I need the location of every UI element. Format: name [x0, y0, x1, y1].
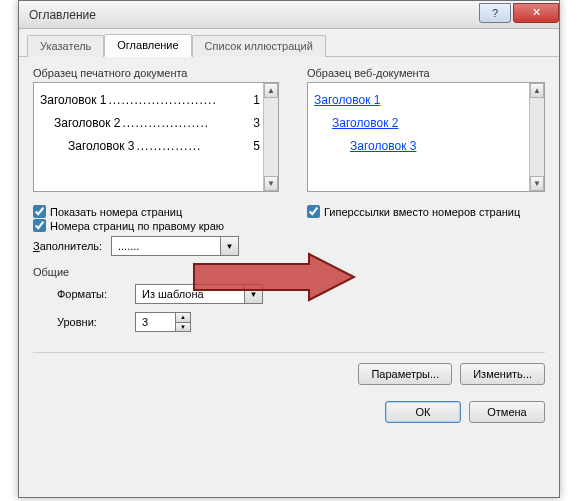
preview-h2: Заголовок 2	[54, 112, 120, 135]
help-button[interactable]: ?	[479, 3, 511, 23]
tab-index[interactable]: Указатель	[27, 35, 104, 57]
tab-leader-combo[interactable]: ....... ▼	[111, 236, 239, 256]
print-preview: Заголовок 1 ......................... 1 …	[33, 82, 279, 192]
cancel-button[interactable]: Отмена	[469, 401, 545, 423]
preview-p3: 5	[253, 135, 260, 158]
tabstrip: Указатель Оглавление Список иллюстраций	[19, 29, 559, 57]
web-h1-link[interactable]: Заголовок 1	[314, 93, 380, 107]
hyperlinks-label: Гиперссылки вместо номеров страниц	[324, 206, 520, 218]
tab-leader-value: .......	[112, 240, 220, 252]
scrollbar-left[interactable]: ▲ ▼	[263, 83, 278, 191]
levels-spinner[interactable]: 3 ▲ ▼	[135, 312, 191, 332]
formats-value: Из шаблона	[136, 288, 244, 300]
toc-dialog: Оглавление ? ✕ Указатель Оглавление Спис…	[18, 0, 560, 498]
close-button[interactable]: ✕	[513, 3, 559, 23]
general-group-label: Общие	[33, 266, 69, 278]
modify-button[interactable]: Изменить...	[460, 363, 545, 385]
chevron-down-icon[interactable]: ▼	[220, 237, 238, 255]
tab-toc[interactable]: Оглавление	[104, 34, 191, 57]
options-button[interactable]: Параметры...	[358, 363, 452, 385]
chevron-down-icon[interactable]: ▼	[244, 285, 262, 303]
formats-combo[interactable]: Из шаблона ▼	[135, 284, 263, 304]
scroll-down-icon[interactable]: ▼	[264, 176, 278, 191]
scroll-down-icon[interactable]: ▼	[530, 176, 544, 191]
preview-h3: Заголовок 3	[68, 135, 134, 158]
web-h3-link[interactable]: Заголовок 3	[350, 139, 416, 153]
web-preview-label: Образец веб-документа	[307, 67, 545, 79]
show-page-numbers-checkbox[interactable]: Показать номера страниц	[33, 205, 293, 218]
right-align-label: Номера страниц по правому краю	[50, 220, 224, 232]
scroll-up-icon[interactable]: ▲	[530, 83, 544, 98]
scroll-up-icon[interactable]: ▲	[264, 83, 278, 98]
levels-value: 3	[136, 316, 175, 328]
print-preview-label: Образец печатного документа	[33, 67, 293, 79]
window-title: Оглавление	[29, 8, 479, 22]
right-align-checkbox[interactable]: Номера страниц по правому краю	[33, 219, 293, 232]
tab-leader-label: Заполнитель:	[33, 240, 111, 252]
preview-p2: 3	[253, 112, 260, 135]
scrollbar-right[interactable]: ▲ ▼	[529, 83, 544, 191]
titlebar[interactable]: Оглавление ? ✕	[19, 1, 559, 29]
preview-h1: Заголовок 1	[40, 89, 106, 112]
show-page-numbers-label: Показать номера страниц	[50, 206, 182, 218]
levels-label: Уровни:	[57, 316, 135, 328]
tab-illustrations[interactable]: Список иллюстраций	[192, 35, 326, 57]
separator	[33, 352, 545, 353]
web-h2-link[interactable]: Заголовок 2	[332, 116, 398, 130]
spin-down-icon[interactable]: ▼	[175, 323, 190, 332]
formats-label: Форматы:	[57, 288, 135, 300]
spin-up-icon[interactable]: ▲	[175, 313, 190, 323]
ok-button[interactable]: ОК	[385, 401, 461, 423]
preview-p1: 1	[253, 89, 260, 112]
hyperlinks-checkbox[interactable]: Гиперссылки вместо номеров страниц	[307, 205, 545, 218]
web-preview: Заголовок 1 Заголовок 2 Заголовок 3 ▲ ▼	[307, 82, 545, 192]
